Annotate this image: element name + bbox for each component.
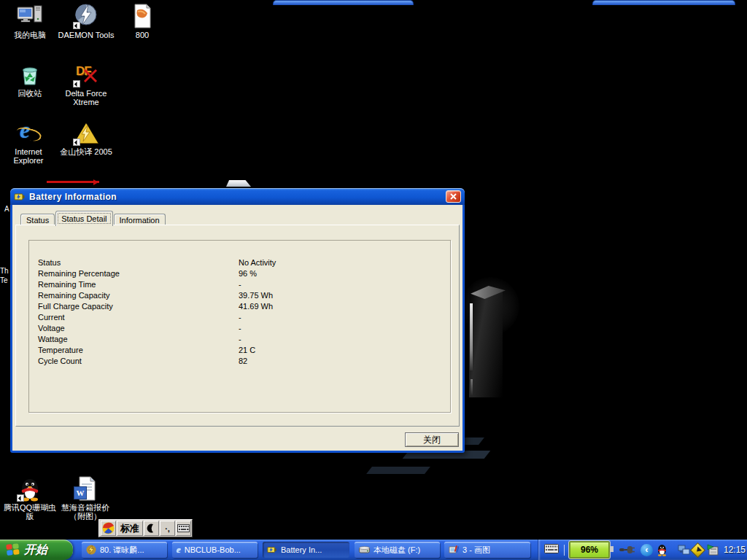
tab-page: StatusNo Activity Remaining Percentage96… [15, 225, 460, 427]
dialog-title: Battery Information [29, 192, 117, 202]
desktop-icon-label: DAEMON Tools [58, 31, 115, 39]
antivirus-tray-icon[interactable] [690, 542, 705, 557]
background-window-edge[interactable] [273, 0, 414, 5]
ime-fullwidth-moon-icon[interactable] [144, 521, 159, 536]
close-icon[interactable] [446, 190, 461, 203]
detail-value: 21 C [239, 345, 255, 356]
ime-logo-icon[interactable] [101, 521, 116, 536]
detail-label: Voltage [29, 323, 239, 334]
qq-tray-icon[interactable] [657, 544, 667, 556]
detail-label: Wattage [29, 334, 239, 345]
desktop-icon-label: Internet Explorer [0, 147, 57, 165]
collapse-tray-chevron-icon[interactable] [640, 544, 653, 556]
desktop-icon-recycle-bin[interactable]: 回收站 [1, 61, 58, 98]
desktop-icon-label: 慧海音箱报价 （附图） [57, 503, 114, 521]
my-computer-icon [17, 3, 43, 29]
detail-value: 39.75 Wh [239, 290, 273, 301]
desktop-icon-label: 回收站 [1, 89, 58, 98]
desktop-icon-my-computer[interactable]: 我的电脑 [1, 3, 58, 39]
taskbar: 开始 80. 谭咏麟... e NBCLUB-Bob... Battery In… [0, 540, 747, 560]
detail-value: 82 [239, 356, 247, 367]
tab-status-detail[interactable]: Status Detail [55, 211, 112, 226]
disk-monitor-tray-icon[interactable] [707, 544, 719, 556]
tray-separator [564, 545, 565, 556]
wallpaper-stripe [366, 467, 430, 474]
detail-row: Wattage- [29, 334, 450, 345]
detail-label: Remaining Capacity [29, 290, 239, 301]
close-button[interactable]: 关闭 [405, 432, 459, 447]
dialog-titlebar[interactable]: Battery Information [10, 188, 465, 205]
taskbar-task-paint[interactable]: 3 - 画图 [444, 542, 530, 558]
delta-force-x-icon [83, 69, 98, 83]
desktop-icon-label: 腾讯QQ珊瑚虫版 [1, 503, 58, 521]
background-window-edge[interactable] [592, 0, 735, 5]
desktop-icon-huihai-doc[interactable]: W 慧海音箱报价 （附图） [57, 475, 114, 521]
ime-mode-button[interactable]: 标准 [117, 521, 143, 536]
battery-icon [14, 191, 26, 203]
wallpaper-3d-object [469, 292, 503, 397]
detail-value: - [239, 334, 241, 345]
detail-label: Temperature [29, 345, 239, 356]
detail-value: - [239, 279, 241, 290]
detail-row: Voltage- [29, 323, 450, 334]
system-tray: 96% 12:15 [538, 540, 747, 560]
detail-value: 96 % [239, 268, 257, 279]
document-icon [129, 3, 155, 29]
detail-row: Current- [29, 312, 450, 323]
detail-label: Current [29, 312, 239, 323]
desktop-icon-label: 800 [114, 31, 171, 39]
media-player-icon [86, 545, 96, 555]
word-w-icon: W [74, 486, 87, 499]
input-method-keyboard-icon[interactable] [544, 543, 559, 556]
task-label: Battery In... [281, 545, 322, 554]
ime-soft-keyboard-icon[interactable] [176, 521, 191, 536]
hidden-icon-fragment-red [47, 181, 99, 183]
wallpaper-3d-object-highlight [471, 379, 473, 397]
tab-strip: Status Status Detail Information [20, 211, 166, 226]
taskbar-task-battery[interactable]: Battery In... [263, 542, 349, 558]
task-label: NBCLUB-Bob... [185, 545, 241, 554]
detail-label: Full Charge Capacity [29, 301, 239, 312]
desktop-icon-800[interactable]: 800 [114, 3, 171, 39]
battery-information-dialog: Battery Information StatusNo Activity Re… [10, 188, 465, 453]
detail-value: 41.69 Wh [239, 301, 273, 312]
detail-row: StatusNo Activity [29, 257, 450, 268]
desktop-icon-kingsoft-fastait[interactable]: 金山快译 2005 [58, 120, 115, 156]
detail-label: Remaining Time [29, 279, 239, 290]
network-tray-icon[interactable] [678, 545, 690, 556]
taskbar-task-music[interactable]: 80. 谭咏麟... [82, 542, 167, 558]
hidden-icon-label-fragment: Te [0, 276, 8, 284]
start-button[interactable]: 开始 [0, 540, 73, 560]
desktop-icon-qq-coral[interactable]: 腾讯QQ珊瑚虫版 [1, 475, 58, 521]
paint-icon [449, 545, 459, 555]
desktop-icon-label: Delta Force Xtreme [58, 89, 115, 106]
hidden-icon-fragment-gray [226, 180, 251, 187]
dialog-client-area: StatusNo Activity Remaining Percentage96… [12, 205, 462, 451]
task-label: 本地磁盘 (F:) [374, 545, 420, 556]
desktop-icon-delta-force-xtreme[interactable]: DF Delta Force Xtreme [58, 61, 115, 106]
windows-flag-icon [6, 543, 20, 556]
desktop-icon-daemon-tools[interactable]: DAEMON Tools [58, 3, 115, 39]
kingsoft-bolt-icon [80, 125, 92, 141]
taskbar-task-browser[interactable]: e NBCLUB-Bob... [172, 542, 258, 558]
detail-row: Cycle Count82 [29, 356, 450, 367]
internet-explorer-icon: e [177, 544, 181, 556]
task-label: 3 - 画图 [462, 545, 490, 556]
start-button-label: 开始 [24, 542, 47, 558]
ime-punctuation-button[interactable]: ·, [160, 521, 175, 536]
disk-drive-icon [359, 545, 370, 554]
power-plug-icon[interactable] [619, 545, 635, 555]
desktop-icon-internet-explorer[interactable]: e Internet Explorer [0, 120, 57, 165]
detail-label: Cycle Count [29, 356, 239, 367]
detail-value: - [239, 323, 241, 334]
taskbar-task-local-disk[interactable]: 本地磁盘 (F:) [355, 542, 440, 558]
ime-toolbar: 标准 ·, [98, 519, 193, 537]
detail-row: Temperature21 C [29, 345, 450, 356]
recycle-bin-icon [17, 61, 43, 88]
task-label: 80. 谭咏麟... [100, 545, 144, 556]
tray-battery-indicator[interactable]: 96% [569, 541, 610, 559]
hidden-icon-fragment-red-arrow [93, 179, 98, 185]
detail-row: Full Charge Capacity41.69 Wh [29, 301, 450, 312]
hidden-icon-label-fragment: Th [0, 267, 9, 275]
tray-clock[interactable]: 12:15 [724, 545, 746, 555]
